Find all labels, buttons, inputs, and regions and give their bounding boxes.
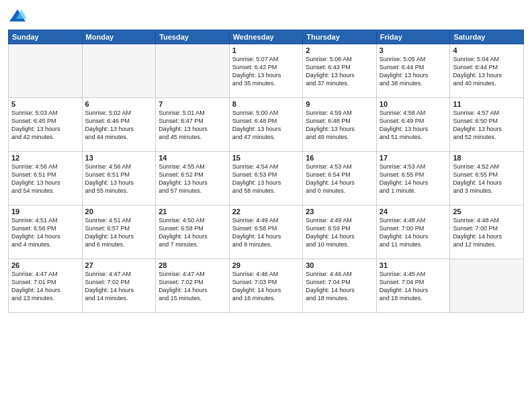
calendar-cell-1-6: 11Sunrise: 4:57 AM Sunset: 6:50 PM Dayli… <box>450 98 524 152</box>
day-number: 28 <box>159 261 226 269</box>
cell-info: Sunrise: 4:59 AM Sunset: 6:48 PM Dayligh… <box>306 109 373 142</box>
calendar-cell-1-5: 10Sunrise: 4:58 AM Sunset: 6:49 PM Dayli… <box>376 98 450 152</box>
day-number: 23 <box>306 208 373 216</box>
day-number: 9 <box>306 100 373 108</box>
day-number: 15 <box>232 154 300 162</box>
calendar-cell-4-2: 28Sunrise: 4:47 AM Sunset: 7:02 PM Dayli… <box>156 259 230 313</box>
calendar-cell-0-1 <box>82 44 156 98</box>
day-number: 10 <box>380 100 447 108</box>
header <box>8 7 524 26</box>
calendar-cell-0-5: 3Sunrise: 5:05 AM Sunset: 6:44 PM Daylig… <box>376 44 450 98</box>
calendar-cell-1-2: 7Sunrise: 5:01 AM Sunset: 6:47 PM Daylig… <box>156 98 230 152</box>
calendar-header-row: SundayMondayTuesdayWednesdayThursdayFrid… <box>9 30 524 44</box>
day-number: 21 <box>159 208 226 216</box>
day-number: 29 <box>232 261 300 269</box>
calendar-cell-0-0 <box>9 44 83 98</box>
calendar-cell-2-2: 14Sunrise: 4:55 AM Sunset: 6:52 PM Dayli… <box>156 152 230 205</box>
calendar-cell-2-6: 18Sunrise: 4:52 AM Sunset: 6:55 PM Dayli… <box>450 152 524 205</box>
cell-info: Sunrise: 5:02 AM Sunset: 6:46 PM Dayligh… <box>85 109 153 142</box>
calendar-header-tuesday: Tuesday <box>156 30 230 44</box>
day-number: 7 <box>159 100 226 108</box>
calendar-cell-3-1: 20Sunrise: 4:51 AM Sunset: 6:57 PM Dayli… <box>82 205 156 259</box>
cell-info: Sunrise: 4:46 AM Sunset: 7:03 PM Dayligh… <box>232 270 300 303</box>
cell-info: Sunrise: 4:49 AM Sunset: 6:58 PM Dayligh… <box>232 216 300 249</box>
cell-info: Sunrise: 4:58 AM Sunset: 6:49 PM Dayligh… <box>380 109 447 142</box>
calendar-week-3: 19Sunrise: 4:51 AM Sunset: 6:56 PM Dayli… <box>9 205 524 259</box>
day-number: 2 <box>306 46 373 54</box>
cell-info: Sunrise: 5:05 AM Sunset: 6:44 PM Dayligh… <box>380 55 447 88</box>
calendar-cell-1-1: 6Sunrise: 5:02 AM Sunset: 6:46 PM Daylig… <box>82 98 156 152</box>
cell-info: Sunrise: 4:48 AM Sunset: 7:00 PM Dayligh… <box>380 216 447 249</box>
calendar-cell-3-2: 21Sunrise: 4:50 AM Sunset: 6:58 PM Dayli… <box>156 205 230 259</box>
cell-info: Sunrise: 4:46 AM Sunset: 7:04 PM Dayligh… <box>306 270 373 303</box>
calendar-header-thursday: Thursday <box>303 30 377 44</box>
cell-info: Sunrise: 4:47 AM Sunset: 7:02 PM Dayligh… <box>85 270 153 303</box>
calendar-cell-3-3: 22Sunrise: 4:49 AM Sunset: 6:58 PM Dayli… <box>229 205 303 259</box>
calendar-cell-0-4: 2Sunrise: 5:06 AM Sunset: 6:43 PM Daylig… <box>303 44 377 98</box>
day-number: 20 <box>85 208 153 216</box>
day-number: 19 <box>11 208 79 216</box>
day-number: 16 <box>306 154 373 162</box>
page: SundayMondayTuesdayWednesdayThursdayFrid… <box>0 0 532 411</box>
cell-info: Sunrise: 4:54 AM Sunset: 6:53 PM Dayligh… <box>232 163 300 195</box>
cell-info: Sunrise: 4:52 AM Sunset: 6:55 PM Dayligh… <box>453 163 521 195</box>
cell-info: Sunrise: 4:48 AM Sunset: 7:00 PM Dayligh… <box>453 216 521 249</box>
calendar-cell-2-0: 12Sunrise: 4:56 AM Sunset: 6:51 PM Dayli… <box>9 152 83 205</box>
day-number: 8 <box>232 100 300 108</box>
logo-icon <box>8 7 27 26</box>
calendar-cell-3-0: 19Sunrise: 4:51 AM Sunset: 6:56 PM Dayli… <box>9 205 83 259</box>
day-number: 27 <box>85 261 153 269</box>
calendar-week-0: 1Sunrise: 5:07 AM Sunset: 6:42 PM Daylig… <box>9 44 524 98</box>
cell-info: Sunrise: 5:03 AM Sunset: 6:45 PM Dayligh… <box>11 109 79 142</box>
day-number: 30 <box>306 261 373 269</box>
cell-info: Sunrise: 5:00 AM Sunset: 6:48 PM Dayligh… <box>232 109 300 142</box>
calendar-cell-4-1: 27Sunrise: 4:47 AM Sunset: 7:02 PM Dayli… <box>82 259 156 313</box>
calendar-cell-4-6 <box>450 259 524 313</box>
calendar-header-sunday: Sunday <box>9 30 83 44</box>
cell-info: Sunrise: 5:06 AM Sunset: 6:43 PM Dayligh… <box>306 55 373 88</box>
calendar-cell-1-3: 8Sunrise: 5:00 AM Sunset: 6:48 PM Daylig… <box>229 98 303 152</box>
day-number: 6 <box>85 100 153 108</box>
calendar-header-monday: Monday <box>82 30 156 44</box>
day-number: 3 <box>380 46 447 54</box>
cell-info: Sunrise: 5:01 AM Sunset: 6:47 PM Dayligh… <box>159 109 226 142</box>
calendar-cell-4-5: 31Sunrise: 4:45 AM Sunset: 7:04 PM Dayli… <box>376 259 450 313</box>
calendar-header-saturday: Saturday <box>450 30 524 44</box>
day-number: 18 <box>453 154 521 162</box>
calendar-week-4: 26Sunrise: 4:47 AM Sunset: 7:01 PM Dayli… <box>9 259 524 313</box>
day-number: 4 <box>453 46 521 54</box>
day-number: 31 <box>380 261 447 269</box>
cell-info: Sunrise: 4:53 AM Sunset: 6:54 PM Dayligh… <box>306 163 373 195</box>
calendar-cell-0-3: 1Sunrise: 5:07 AM Sunset: 6:42 PM Daylig… <box>229 44 303 98</box>
calendar-cell-2-1: 13Sunrise: 4:56 AM Sunset: 6:51 PM Dayli… <box>82 152 156 205</box>
day-number: 1 <box>232 46 300 54</box>
calendar-cell-4-4: 30Sunrise: 4:46 AM Sunset: 7:04 PM Dayli… <box>303 259 377 313</box>
cell-info: Sunrise: 4:49 AM Sunset: 6:59 PM Dayligh… <box>306 216 373 249</box>
calendar-week-2: 12Sunrise: 4:56 AM Sunset: 6:51 PM Dayli… <box>9 152 524 205</box>
calendar-cell-4-0: 26Sunrise: 4:47 AM Sunset: 7:01 PM Dayli… <box>9 259 83 313</box>
day-number: 12 <box>11 154 79 162</box>
day-number: 22 <box>232 208 300 216</box>
calendar-cell-3-5: 24Sunrise: 4:48 AM Sunset: 7:00 PM Dayli… <box>376 205 450 259</box>
logo <box>8 7 30 26</box>
calendar-cell-0-2 <box>156 44 230 98</box>
day-number: 11 <box>453 100 521 108</box>
cell-info: Sunrise: 5:04 AM Sunset: 6:44 PM Dayligh… <box>453 55 521 88</box>
cell-info: Sunrise: 4:57 AM Sunset: 6:50 PM Dayligh… <box>453 109 521 142</box>
day-number: 26 <box>11 261 79 269</box>
cell-info: Sunrise: 4:51 AM Sunset: 6:57 PM Dayligh… <box>85 216 153 249</box>
calendar-header-friday: Friday <box>376 30 450 44</box>
day-number: 17 <box>380 154 447 162</box>
cell-info: Sunrise: 5:07 AM Sunset: 6:42 PM Dayligh… <box>232 55 300 88</box>
cell-info: Sunrise: 4:47 AM Sunset: 7:02 PM Dayligh… <box>159 270 226 303</box>
cell-info: Sunrise: 4:50 AM Sunset: 6:58 PM Dayligh… <box>159 216 226 249</box>
calendar-week-1: 5Sunrise: 5:03 AM Sunset: 6:45 PM Daylig… <box>9 98 524 152</box>
calendar-cell-1-0: 5Sunrise: 5:03 AM Sunset: 6:45 PM Daylig… <box>9 98 83 152</box>
cell-info: Sunrise: 4:56 AM Sunset: 6:51 PM Dayligh… <box>85 163 153 195</box>
calendar-cell-2-3: 15Sunrise: 4:54 AM Sunset: 6:53 PM Dayli… <box>229 152 303 205</box>
cell-info: Sunrise: 4:53 AM Sunset: 6:55 PM Dayligh… <box>380 163 447 195</box>
cell-info: Sunrise: 4:56 AM Sunset: 6:51 PM Dayligh… <box>11 163 79 195</box>
calendar-cell-4-3: 29Sunrise: 4:46 AM Sunset: 7:03 PM Dayli… <box>229 259 303 313</box>
calendar-cell-3-6: 25Sunrise: 4:48 AM Sunset: 7:00 PM Dayli… <box>450 205 524 259</box>
cell-info: Sunrise: 4:55 AM Sunset: 6:52 PM Dayligh… <box>159 163 226 195</box>
